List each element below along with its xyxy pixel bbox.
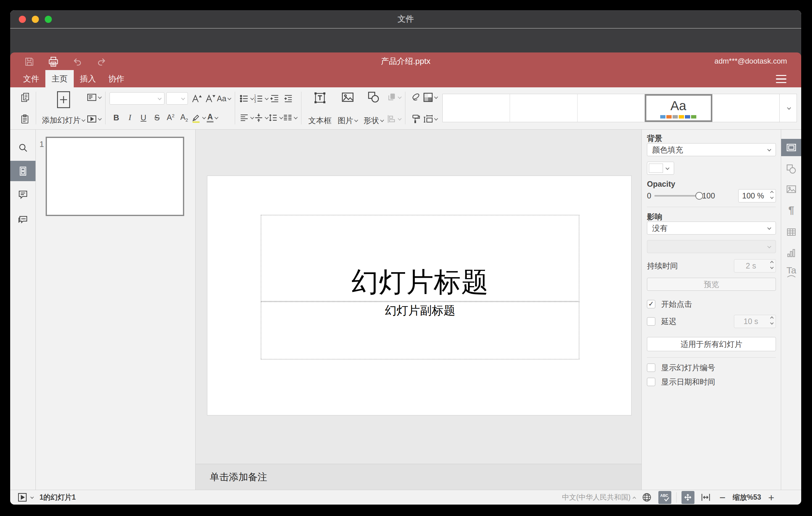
slides-panel-button[interactable] xyxy=(10,161,35,181)
language-selector[interactable]: 中文(中华人民共和国) xyxy=(562,492,636,502)
slide-layout-button[interactable] xyxy=(87,90,101,104)
table-settings-button[interactable] xyxy=(781,224,801,241)
paragraph-settings-button[interactable]: ¶ xyxy=(781,201,801,219)
theme-gallery-more-button[interactable] xyxy=(779,94,796,122)
change-case-button[interactable]: Aa xyxy=(217,92,231,105)
spinner-arrows[interactable] xyxy=(771,191,773,198)
highlight-color-button[interactable] xyxy=(191,111,205,124)
duration-input[interactable]: 2 s xyxy=(734,259,776,273)
menu-icon[interactable] xyxy=(776,75,786,83)
spinner-arrows[interactable] xyxy=(771,261,773,268)
redo-button[interactable] xyxy=(95,55,108,68)
theme-tile[interactable] xyxy=(578,94,645,122)
columns-button[interactable] xyxy=(283,111,297,124)
chart-settings-button[interactable] xyxy=(781,245,801,262)
bullet-list-button[interactable] xyxy=(239,92,254,105)
font-size-select[interactable] xyxy=(166,92,188,105)
duration-label: 持续时间 xyxy=(647,261,678,271)
tab-file[interactable]: 文件 xyxy=(17,70,45,87)
chevron-down-icon xyxy=(767,226,771,230)
fill-type-select[interactable]: 颜色填充 xyxy=(647,143,776,156)
font-color-button[interactable]: A xyxy=(205,111,219,124)
increase-font-size-button[interactable] xyxy=(190,92,203,105)
textart-settings-button[interactable]: Ta xyxy=(781,263,801,281)
undo-button[interactable] xyxy=(71,55,84,68)
spellcheck-button[interactable]: ABC xyxy=(658,491,671,504)
slide-settings-button[interactable] xyxy=(781,139,801,156)
effect-type-select[interactable] xyxy=(647,240,776,253)
delay-input[interactable]: 10 s xyxy=(734,315,776,328)
superscript-button[interactable]: A2 xyxy=(164,111,177,124)
right-rail: ¶ Ta xyxy=(781,130,801,490)
ribbon-tabs: 文件 主页 插入 协作 xyxy=(17,70,130,87)
start-on-click-checkbox[interactable]: ✓ xyxy=(647,300,655,308)
theme-tile[interactable] xyxy=(712,94,779,122)
copy-style-button[interactable] xyxy=(409,112,423,125)
paste-button[interactable] xyxy=(18,112,32,125)
set-language-button[interactable] xyxy=(640,491,654,504)
tab-insert[interactable]: 插入 xyxy=(74,70,102,87)
maximize-window-button[interactable] xyxy=(45,16,52,23)
search-button[interactable] xyxy=(10,137,35,158)
italic-button[interactable]: I xyxy=(123,111,137,124)
start-slideshow-status-button[interactable] xyxy=(18,492,27,502)
zoom-out-button[interactable]: − xyxy=(717,492,728,503)
zoom-in-button[interactable]: + xyxy=(766,492,777,503)
preview-button[interactable]: 预览 xyxy=(647,278,776,291)
minimize-window-button[interactable] xyxy=(32,16,39,23)
underline-button[interactable]: U xyxy=(137,111,150,124)
slide-size-button[interactable] xyxy=(423,112,437,125)
copy-button[interactable] xyxy=(18,90,32,104)
add-slide-button[interactable]: 添加幻灯片 xyxy=(40,90,87,126)
show-date-time-checkbox[interactable] xyxy=(647,378,655,386)
theme-tile[interactable] xyxy=(443,94,510,122)
horizontal-align-button[interactable] xyxy=(239,111,254,124)
fill-color-picker[interactable] xyxy=(647,162,674,175)
clear-style-button[interactable] xyxy=(409,90,423,104)
insert-shape-button[interactable]: 形状 xyxy=(361,90,386,126)
font-name-select[interactable] xyxy=(110,92,165,105)
increase-indent-button[interactable] xyxy=(282,92,295,105)
line-spacing-button[interactable] xyxy=(268,111,283,124)
decrease-indent-button[interactable] xyxy=(268,92,282,105)
fit-to-width-button[interactable] xyxy=(699,491,712,504)
align-shape-button[interactable] xyxy=(386,112,401,125)
shape-settings-button[interactable] xyxy=(781,161,801,178)
slide-thumbnail[interactable] xyxy=(46,137,184,216)
tab-collaboration[interactable]: 协作 xyxy=(102,70,130,87)
notes-area[interactable]: 单击添加备注 xyxy=(196,464,641,490)
subtitle-placeholder[interactable]: 幻灯片副标题 xyxy=(261,302,579,360)
comments-button[interactable] xyxy=(10,184,35,205)
theme-colors-button[interactable] xyxy=(423,90,437,104)
opacity-input[interactable]: 100 % xyxy=(738,189,776,202)
opacity-slider[interactable] xyxy=(654,195,699,197)
chevron-down-icon xyxy=(398,95,402,99)
bold-button[interactable]: B xyxy=(110,111,123,124)
insert-textbox-button[interactable]: 文本框 xyxy=(306,90,335,126)
fit-to-slide-button[interactable] xyxy=(682,491,694,504)
insert-image-button[interactable]: 图片 xyxy=(335,90,361,126)
effect-select[interactable]: 没有 xyxy=(647,222,776,234)
delay-checkbox[interactable] xyxy=(647,317,655,325)
image-settings-button[interactable] xyxy=(781,180,801,198)
numbered-list-button[interactable] xyxy=(254,92,268,105)
show-slide-number-checkbox[interactable] xyxy=(647,364,655,372)
chat-button[interactable] xyxy=(10,209,35,229)
save-button[interactable] xyxy=(23,55,36,68)
tab-home[interactable]: 主页 xyxy=(45,70,74,87)
close-window-button[interactable] xyxy=(19,16,26,23)
print-button[interactable] xyxy=(47,55,60,68)
decrease-font-size-button[interactable] xyxy=(203,92,217,105)
strikethrough-button[interactable]: S xyxy=(150,111,164,124)
theme-tile[interactable] xyxy=(510,94,577,122)
slider-handle[interactable] xyxy=(695,192,703,200)
vertical-align-button[interactable] xyxy=(254,111,268,124)
start-slideshow-button[interactable] xyxy=(87,112,101,125)
theme-tile-selected[interactable]: Aa xyxy=(645,94,712,122)
spinner-arrows[interactable] xyxy=(771,317,773,324)
apply-to-all-button[interactable]: 适用于所有幻灯片 xyxy=(647,337,776,351)
title-placeholder[interactable]: 幻灯片标题 xyxy=(261,215,579,302)
subscript-button[interactable]: A2 xyxy=(177,111,191,124)
slide-canvas[interactable]: 幻灯片标题 幻灯片副标题 xyxy=(207,176,631,415)
arrange-shape-button[interactable] xyxy=(386,90,401,104)
